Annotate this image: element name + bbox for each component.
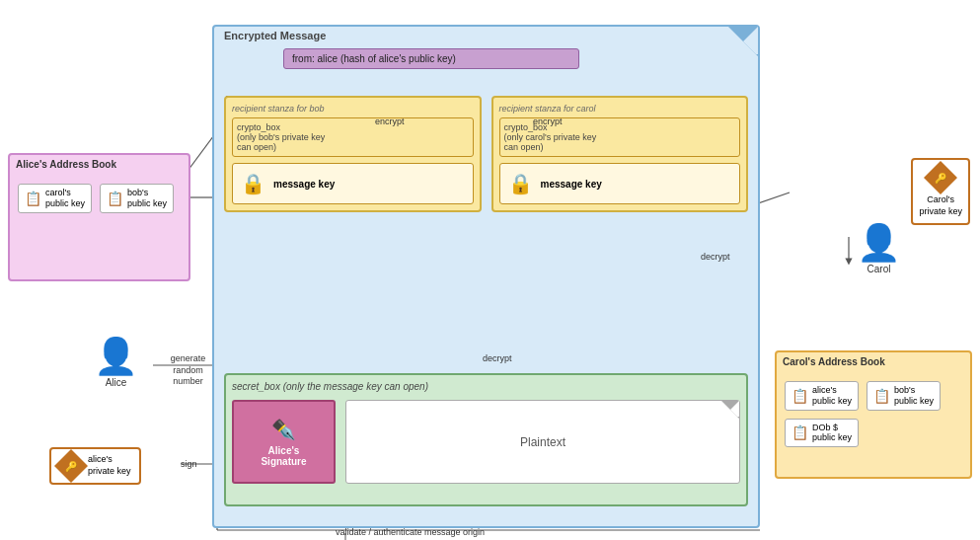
- alices-public-key-card: 📋 alice'spublic key: [785, 381, 859, 411]
- carol-address-book: Carol's Address Book 📋 alice'spublic key…: [775, 350, 972, 479]
- generate-random-label: generate random number: [161, 353, 215, 388]
- bob-stanza: recipient stanza for bob crypto_box(only…: [224, 96, 482, 212]
- carol-message-key-box: 🔒 message key: [499, 163, 741, 204]
- bobs-public-key-card-carol: 📋 bob'spublic key: [867, 381, 941, 411]
- bob-crypto-box: crypto_box(only bob's private keycan ope…: [232, 117, 474, 157]
- secret-box-title: secret_box (only the message key can ope…: [232, 381, 740, 392]
- signature-icon: ✒️: [271, 418, 296, 441]
- alice-person-icon: 👤: [94, 336, 138, 377]
- carol-private-key-label: Carol'sprivate key: [919, 194, 962, 217]
- carol-figure: 👤 Carol: [857, 222, 901, 274]
- book-icon-2: 📋: [107, 191, 123, 206]
- bob-padlock-icon: 🔒: [241, 172, 265, 195]
- alice-label: Alice: [94, 377, 138, 388]
- bob-message-key-box: 🔒 message key: [232, 163, 474, 204]
- bob-stanza-title: recipient stanza for bob: [232, 104, 474, 114]
- alice-figure: 👤 Alice: [94, 336, 138, 388]
- encrypt-label-2: encrypt: [533, 116, 563, 126]
- signature-label: Alice'sSignature: [261, 445, 306, 467]
- bob-message-key-label: message key: [273, 179, 335, 190]
- plaintext-label: Plaintext: [520, 435, 565, 449]
- alice-address-book-keys: 📋 carol'spublic key 📋 bob'spublic key: [10, 178, 188, 219]
- folded-corner-inner: [730, 27, 758, 54]
- alice-private-key-label: alice'sprivate key: [88, 454, 131, 477]
- pt-fold-inner: [723, 401, 739, 417]
- pt-fold: [721, 401, 739, 419]
- decrypt-label-2: decrypt: [701, 252, 730, 262]
- carol-message-key-label: message key: [541, 179, 602, 190]
- sign-label: sign: [181, 459, 197, 469]
- plaintext-box: Plaintext: [345, 400, 740, 484]
- alice-private-key-box: 🔑 alice'sprivate key: [49, 447, 141, 485]
- carol-key-diamond: 🔑: [924, 161, 957, 194]
- book-icon: 📋: [25, 191, 41, 206]
- secret-box-content: ✒️ Alice'sSignature Plaintext: [232, 400, 740, 484]
- dob-public-key-label: DOb $public key: [812, 423, 852, 444]
- carols-public-key-card: 📋 carol'spublic key: [18, 184, 92, 213]
- folded-corner: [728, 27, 758, 56]
- bobs-public-key-card-alice: 📋 bob'spublic key: [100, 184, 174, 213]
- book-icon-3: 📋: [792, 388, 808, 404]
- dob-public-key-area: 📋 DOb $public key: [777, 413, 970, 454]
- encrypted-message-container: Encrypted Message from: alice (hash of a…: [212, 25, 760, 528]
- carol-person-icon: 👤: [857, 222, 901, 264]
- alice-private-key-inner: 🔑 alice'sprivate key: [49, 447, 141, 485]
- alice-address-book-title: Alice's Address Book: [10, 155, 188, 174]
- carol-address-book-keys: 📋 alice'spublic key 📋 bob'spublic key: [777, 375, 970, 417]
- carol-address-book-title: Carol's Address Book: [777, 352, 970, 371]
- from-header: from: alice (hash of alice's public key): [283, 48, 579, 69]
- bobs-key-label-alice: bob'spublic key: [127, 188, 167, 209]
- bobs-key-label-carol: bob'spublic key: [894, 385, 934, 407]
- encrypt-label-1: encrypt: [375, 116, 405, 126]
- book-icon-4: 📋: [873, 388, 890, 404]
- book-icon-5: 📋: [792, 424, 808, 440]
- alice-key-diamond: 🔑: [54, 449, 88, 483]
- validate-label: validate / authenticate message origin: [336, 527, 485, 537]
- signature-box: ✒️ Alice'sSignature: [232, 400, 336, 484]
- carols-key-label: carol'spublic key: [45, 188, 85, 209]
- alice-address-book: Alice's Address Book 📋 carol'spublic key…: [8, 153, 190, 281]
- alices-key-label: alice'spublic key: [812, 385, 852, 407]
- carol-stanza-title: recipient stanza for carol: [499, 104, 741, 114]
- carol-private-key-inner: 🔑 Carol'sprivate key: [911, 158, 970, 225]
- dob-public-key-card: 📋 DOb $public key: [785, 419, 859, 448]
- secret-box: secret_box (only the message key can ope…: [224, 373, 748, 506]
- carol-padlock-icon: 🔒: [508, 172, 533, 195]
- alice-key-icon: 🔑: [65, 461, 77, 472]
- carol-label: Carol: [857, 264, 901, 274]
- carol-private-key-box: 🔑 Carol'sprivate key: [911, 158, 970, 225]
- diagram: Alice's Address Book 📋 carol'spublic key…: [0, 0, 980, 540]
- carol-stanza: recipient stanza for carol crypto_box(on…: [491, 96, 749, 212]
- carol-key-icon: 🔑: [935, 173, 946, 184]
- encrypted-message-title: Encrypted Message: [220, 26, 330, 43]
- decrypt-label-1: decrypt: [483, 353, 512, 363]
- stanzas-row: recipient stanza for bob crypto_box(only…: [224, 96, 748, 212]
